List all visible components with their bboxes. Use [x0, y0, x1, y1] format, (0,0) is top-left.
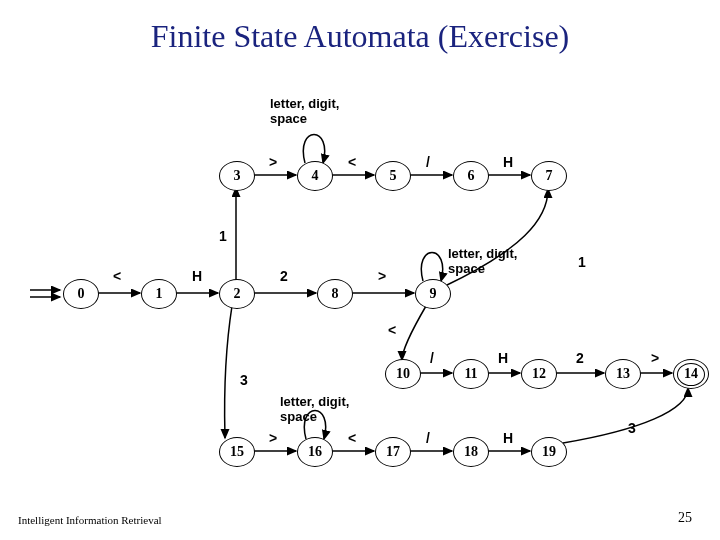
state-2: 2: [219, 279, 255, 309]
state-1: 1: [141, 279, 177, 309]
edge-1-23: 1: [219, 228, 227, 244]
edge-2-28: 2: [280, 268, 288, 284]
label-lds-top: letter, digit, space: [270, 96, 339, 126]
edge-h-67: H: [503, 154, 513, 170]
state-10: 10: [385, 359, 421, 389]
state-18: 18: [453, 437, 489, 467]
edge-3-1914: 3: [628, 420, 636, 436]
edge-gt-1516: >: [269, 430, 277, 446]
edge-lt-01: <: [113, 268, 121, 284]
state-8: 8: [317, 279, 353, 309]
state-3: 3: [219, 161, 255, 191]
label-lds-bot: letter, digit, space: [280, 394, 349, 424]
label-lds-mid: letter, digit, space: [448, 246, 517, 276]
state-9: 9: [415, 279, 451, 309]
edge-h-1112: H: [498, 350, 508, 366]
state-15: 15: [219, 437, 255, 467]
state-6: 6: [453, 161, 489, 191]
state-0: 0: [63, 279, 99, 309]
state-11: 11: [453, 359, 489, 389]
edge-3-215: 3: [240, 372, 248, 388]
edge-lt-910: <: [388, 322, 396, 338]
edge-gt-34: >: [269, 154, 277, 170]
state-19: 19: [531, 437, 567, 467]
state-12: 12: [521, 359, 557, 389]
edge-sl-56: /: [426, 154, 430, 170]
edge-sl-1011: /: [430, 350, 434, 366]
state-13: 13: [605, 359, 641, 389]
state-14-accept: 14: [673, 359, 709, 389]
state-7: 7: [531, 161, 567, 191]
state-5: 5: [375, 161, 411, 191]
state-17: 17: [375, 437, 411, 467]
edge-sl-1718: /: [426, 430, 430, 446]
edge-gt-1314: >: [651, 350, 659, 366]
diagram-edges: [0, 0, 720, 540]
edge-lt-1617: <: [348, 430, 356, 446]
state-16: 16: [297, 437, 333, 467]
edge-h-1819: H: [503, 430, 513, 446]
edge-gt-89: >: [378, 268, 386, 284]
edge-2-1213: 2: [576, 350, 584, 366]
edge-h-12: H: [192, 268, 202, 284]
edge-lt-45: <: [348, 154, 356, 170]
state-4: 4: [297, 161, 333, 191]
edge-1-97: 1: [578, 254, 586, 270]
